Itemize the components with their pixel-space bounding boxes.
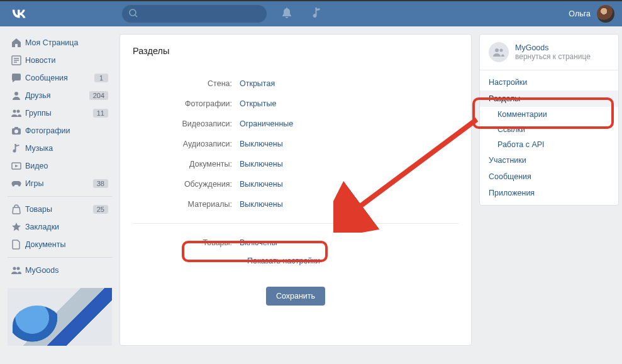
- sidebar-item-label: MyGoods: [25, 266, 59, 275]
- setting-row: Обсуждения:Выключены: [133, 174, 458, 194]
- back-link[interactable]: вернуться к странице: [515, 52, 591, 61]
- group-header[interactable]: MyGoods вернуться к странице: [480, 35, 618, 70]
- search-input[interactable]: [122, 5, 267, 23]
- left-sidebar: Моя СтраницаНовостиСообщения1Друзья204Гр…: [8, 34, 112, 346]
- sidebar-item[interactable]: Игры38: [8, 175, 112, 192]
- setting-label: Видеозаписи:: [133, 119, 240, 128]
- svg-point-6: [14, 92, 18, 96]
- svg-point-8: [17, 110, 20, 113]
- users-icon: [11, 108, 25, 118]
- setting-value-dropdown[interactable]: Включены: [240, 238, 277, 247]
- settings-menu: НастройкиРазделыКомментарииСсылкиРабота …: [480, 70, 618, 205]
- user-icon: [11, 91, 25, 101]
- setting-row: Материалы:Выключены: [133, 194, 458, 214]
- svg-point-16: [500, 49, 503, 52]
- sidebar-item-label: Видео: [25, 162, 48, 170]
- setting-row: Аудиозаписи:Выключены: [133, 134, 458, 154]
- settings-menu-item[interactable]: Приложения: [480, 185, 618, 201]
- setting-row: Документы:Выключены: [133, 154, 458, 174]
- sidebar-item[interactable]: Видео: [8, 157, 112, 175]
- sidebar-badge: 25: [93, 205, 108, 214]
- sidebar-item-label: Музыка: [25, 144, 53, 153]
- music-icon: [11, 143, 25, 153]
- nav-separator: [8, 257, 112, 258]
- svg-line-1: [135, 15, 137, 17]
- sidebar-item-label: Документы: [25, 240, 65, 249]
- sidebar-item[interactable]: Друзья204: [8, 87, 112, 104]
- svg-point-7: [13, 110, 16, 113]
- svg-point-14: [17, 267, 20, 270]
- settings-menu-item[interactable]: Участники: [480, 152, 618, 168]
- music-icon[interactable]: [312, 8, 321, 21]
- topbar-icons: [282, 8, 321, 21]
- setting-label: Товары:: [133, 238, 240, 247]
- settings-menu-item[interactable]: Настройки: [480, 74, 618, 91]
- sidebar-item[interactable]: Закладки: [8, 218, 112, 236]
- vk-logo-icon[interactable]: [10, 8, 28, 20]
- settings-menu-item[interactable]: Разделы: [480, 91, 618, 107]
- divider: [133, 223, 458, 224]
- sidebar-item[interactable]: Группы11: [8, 104, 112, 122]
- top-bar: Ольга: [0, 0, 622, 26]
- video-icon: [11, 161, 25, 171]
- svg-point-15: [495, 48, 499, 52]
- sidebar-item-label: Фотографии: [25, 126, 70, 135]
- svg-point-0: [130, 9, 136, 16]
- right-column: MyGoods вернуться к странице НастройкиРа…: [479, 34, 619, 346]
- nav-separator: [8, 196, 112, 197]
- settings-submenu-item[interactable]: Работа с API: [480, 137, 618, 152]
- sidebar-badge: 11: [93, 109, 108, 118]
- sidebar-photo: [8, 288, 112, 346]
- sidebar-item[interactable]: Документы: [8, 236, 112, 253]
- setting-label: Материалы:: [133, 200, 240, 209]
- game-icon: [11, 179, 25, 189]
- setting-row: Стена:Открытая: [133, 74, 458, 94]
- avatar[interactable]: [597, 5, 614, 23]
- sidebar-item[interactable]: Моя Страница: [8, 34, 112, 52]
- settings-submenu-item[interactable]: Ссылки: [480, 122, 618, 137]
- setting-value-dropdown[interactable]: Открытая: [240, 79, 275, 88]
- sidebar-item-label: Закладки: [25, 223, 59, 231]
- search-wrap: [122, 5, 267, 23]
- username-label[interactable]: Ольга: [569, 9, 591, 18]
- setting-label: Документы:: [133, 160, 240, 168]
- setting-value-dropdown[interactable]: Выключены: [240, 200, 283, 209]
- bag-icon: [11, 204, 25, 214]
- news-icon: [11, 55, 25, 65]
- setting-row-goods: Товары: Включены: [133, 233, 458, 253]
- sidebar-item-label: Друзья: [25, 91, 51, 100]
- sidebar-item[interactable]: MyGoods: [8, 262, 112, 279]
- setting-label: Аудиозаписи:: [133, 140, 240, 148]
- sidebar-item-label: Товары: [25, 205, 52, 214]
- sidebar-badge: 204: [89, 91, 108, 100]
- svg-point-10: [14, 130, 18, 133]
- sidebar-item[interactable]: Фотографии: [8, 122, 112, 140]
- group-name: MyGoods: [515, 43, 591, 52]
- sidebar-item-label: Игры: [25, 179, 43, 188]
- setting-value-dropdown[interactable]: Выключены: [240, 180, 283, 189]
- setting-value-dropdown[interactable]: Выключены: [240, 160, 283, 168]
- sidebar-item[interactable]: Музыка: [8, 140, 112, 157]
- sidebar-badge: 1: [94, 74, 108, 82]
- group-icon: [489, 42, 509, 62]
- sidebar-item[interactable]: Сообщения1: [8, 69, 112, 87]
- setting-label: Фотографии:: [133, 99, 240, 108]
- sidebar-item-label: Моя Страница: [25, 38, 78, 47]
- topbar-right: Ольга: [569, 5, 614, 23]
- show-settings-link[interactable]: Показать настройки: [247, 256, 320, 265]
- svg-point-13: [13, 267, 16, 270]
- setting-value-dropdown[interactable]: Ограниченные: [240, 119, 293, 128]
- settings-menu-item[interactable]: Сообщения: [480, 168, 618, 185]
- home-icon: [11, 38, 25, 48]
- settings-submenu-item[interactable]: Комментарии: [480, 107, 618, 122]
- setting-value-dropdown[interactable]: Открытые: [240, 99, 277, 108]
- sidebar-item-label: Группы: [25, 109, 52, 118]
- save-button[interactable]: Сохранить: [266, 287, 325, 306]
- sidebar-item[interactable]: Новости: [8, 52, 112, 69]
- setting-value-dropdown[interactable]: Выключены: [240, 140, 283, 148]
- sidebar-badge: 38: [93, 179, 108, 188]
- notifications-icon[interactable]: [282, 8, 292, 21]
- page-title: Разделы: [133, 46, 458, 56]
- sidebar-item[interactable]: Товары25: [8, 201, 112, 218]
- setting-row: Видеозаписи:Ограниченные: [133, 114, 458, 134]
